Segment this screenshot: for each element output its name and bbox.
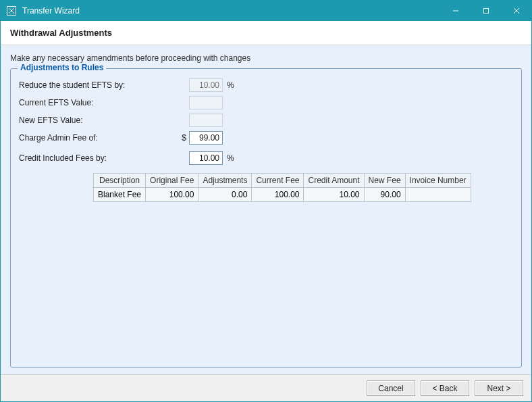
close-button[interactable] [501, 1, 531, 21]
current-efts-label: Current EFTS Value: [19, 98, 181, 107]
maximize-button[interactable] [471, 1, 501, 21]
titlebar: Transfer Wizard [1, 1, 531, 21]
cell-new-fee: 90.00 [364, 188, 405, 202]
credit-fees-input[interactable] [189, 151, 223, 165]
col-invoice-number[interactable]: Invoice Number [405, 174, 471, 188]
current-efts-input[interactable] [189, 96, 223, 109]
cell-credit-amount: 10.00 [304, 188, 364, 202]
row-new-efts: New EFTS Value: [19, 114, 513, 127]
col-original-fee[interactable]: Original Fee [146, 174, 198, 188]
adjustments-groupbox: Adjustments to Rules Reduce the student … [10, 68, 522, 368]
currency-symbol: $ [181, 133, 189, 143]
row-credit-fees: Credit Included Fees by: % [19, 151, 513, 165]
window-title: Transfer Wizard [22, 6, 440, 16]
fees-table: Description Original Fee Adjustments Cur… [93, 173, 471, 202]
app-icon [6, 5, 17, 16]
cancel-button[interactable]: Cancel [367, 380, 415, 396]
wizard-footer: Cancel < Back Next > [1, 374, 531, 401]
group-legend: Adjustments to Rules [18, 63, 106, 72]
table-header-row: Description Original Fee Adjustments Cur… [94, 174, 471, 188]
instruction-text: Make any necessary amendments before pro… [10, 53, 522, 63]
minimize-button[interactable] [440, 1, 471, 21]
cell-description: Blanket Fee [94, 188, 146, 202]
admin-fee-label: Charge Admin Fee of: [19, 133, 181, 143]
cell-invoice-number [405, 188, 471, 202]
admin-fee-input[interactable] [189, 131, 223, 145]
page-header: Withdrawal Adjustments [1, 21, 531, 45]
svg-rect-4 [483, 9, 488, 14]
cell-original-fee: 100.00 [146, 188, 198, 202]
reduce-efts-label: Reduce the student EFTS by: [19, 80, 181, 90]
new-efts-input[interactable] [189, 114, 223, 127]
col-current-fee[interactable]: Current Fee [252, 174, 304, 188]
wizard-window: Transfer Wizard Withdrawal Adjustments M… [0, 0, 532, 402]
col-credit-amount[interactable]: Credit Amount [304, 174, 364, 188]
col-adjustments[interactable]: Adjustments [198, 174, 252, 188]
row-current-efts: Current EFTS Value: [19, 96, 513, 109]
credit-fees-label: Credit Included Fees by: [19, 153, 181, 163]
next-button[interactable]: Next > [475, 380, 523, 396]
row-reduce-efts: Reduce the student EFTS by: % [19, 78, 513, 92]
col-description[interactable]: Description [94, 174, 146, 188]
credit-fees-unit: % [227, 153, 234, 163]
cell-adjustments: 0.00 [198, 188, 252, 202]
back-button[interactable]: < Back [421, 380, 469, 396]
page-title: Withdrawal Adjustments [10, 28, 522, 38]
page-content: Make any necessary amendments before pro… [1, 45, 531, 374]
reduce-efts-input[interactable] [189, 78, 223, 92]
reduce-efts-unit: % [227, 80, 234, 90]
col-new-fee[interactable]: New Fee [364, 174, 405, 188]
window-controls [440, 1, 531, 21]
row-admin-fee: Charge Admin Fee of: $ [19, 131, 513, 145]
new-efts-label: New EFTS Value: [19, 116, 181, 125]
table-row[interactable]: Blanket Fee 100.00 0.00 100.00 10.00 90.… [94, 188, 471, 202]
cell-current-fee: 100.00 [252, 188, 304, 202]
